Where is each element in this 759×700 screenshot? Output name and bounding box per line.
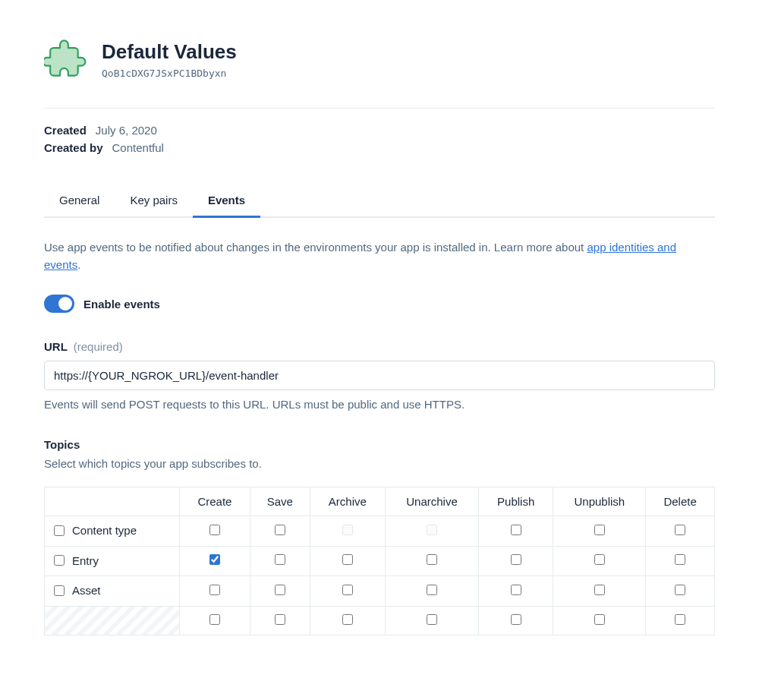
app-id: QoB1cDXG7JSxPC1BDbyxn (102, 68, 237, 79)
topic-checkbox[interactable] (675, 554, 685, 565)
topic-checkbox[interactable] (427, 554, 437, 565)
footer-cell (478, 606, 553, 635)
topic-checkbox[interactable] (427, 585, 437, 595)
table-row: Entry (45, 546, 715, 576)
events-description: Use app events to be notified about chan… (44, 239, 715, 273)
topic-checkbox[interactable] (275, 554, 285, 565)
topic-checkbox[interactable] (594, 585, 605, 595)
topic-checkbox[interactable] (209, 554, 220, 565)
topic-cell (386, 546, 479, 576)
topic-cell (250, 516, 310, 547)
col-unpublish: Unpublish (553, 487, 646, 516)
enable-events-toggle[interactable] (44, 295, 74, 313)
topics-heading: Topics (44, 438, 715, 451)
topic-cell (478, 576, 553, 607)
footer-cell (553, 606, 646, 635)
meta-created-by-label: Created by (44, 141, 103, 154)
topic-checkbox[interactable] (675, 585, 685, 595)
topic-cell (553, 516, 646, 547)
column-select-checkbox[interactable] (342, 614, 353, 625)
column-select-checkbox[interactable] (275, 614, 285, 625)
footer-cell (179, 606, 250, 635)
url-label: URL (required) (44, 340, 715, 353)
column-select-checkbox[interactable] (209, 614, 220, 625)
column-select-checkbox[interactable] (675, 614, 685, 625)
topic-cell (553, 546, 646, 576)
footer-cell (310, 606, 386, 635)
topic-cell (478, 516, 553, 547)
topic-checkbox[interactable] (342, 585, 353, 595)
row-label: Entry (72, 554, 99, 567)
topic-checkbox[interactable] (675, 525, 685, 535)
table-row: Content type (45, 516, 715, 547)
topic-checkbox[interactable] (342, 554, 353, 565)
topics-desc: Select which topics your app subscribes … (44, 457, 715, 470)
topic-cell (250, 546, 310, 576)
topic-cell (310, 546, 386, 576)
topic-cell (179, 576, 250, 607)
row-select-checkbox[interactable] (54, 555, 65, 566)
topics-header-blank (45, 487, 180, 516)
col-archive: Archive (310, 487, 386, 516)
puzzle-piece-icon (44, 38, 87, 80)
meta-created-by-value: Contentful (112, 141, 164, 154)
topic-checkbox[interactable] (594, 525, 605, 535)
col-delete: Delete (646, 487, 715, 516)
tabs: General Key pairs Events (44, 184, 715, 218)
topic-cell (179, 546, 250, 576)
footer-blank-cell (45, 606, 180, 635)
table-row: Asset (45, 576, 715, 607)
topic-cell (310, 516, 386, 547)
column-select-checkbox[interactable] (427, 614, 437, 625)
footer-cell (646, 606, 715, 635)
row-label-cell: Asset (45, 576, 180, 607)
topic-checkbox[interactable] (275, 585, 285, 595)
topic-checkbox[interactable] (275, 525, 285, 535)
topic-checkbox[interactable] (511, 554, 521, 565)
enable-events-label: Enable events (83, 298, 160, 311)
topic-cell (310, 576, 386, 607)
topic-cell (553, 576, 646, 607)
topic-cell (386, 576, 479, 607)
topic-cell (646, 576, 715, 607)
topic-checkbox[interactable] (209, 585, 220, 595)
tab-key-pairs[interactable]: Key pairs (115, 184, 193, 218)
row-label-cell: Content type (45, 516, 180, 547)
topic-cell (478, 546, 553, 576)
topic-cell (179, 516, 250, 547)
header: Default Values QoB1cDXG7JSxPC1BDbyxn (44, 38, 715, 80)
footer-cell (386, 606, 479, 635)
topic-checkbox[interactable] (594, 554, 605, 565)
topic-cell (646, 546, 715, 576)
column-select-checkbox[interactable] (511, 614, 521, 625)
enable-events-row: Enable events (44, 295, 715, 313)
events-desc-prefix: Use app events to be notified about chan… (44, 241, 587, 254)
col-publish: Publish (478, 487, 553, 516)
divider (44, 108, 715, 109)
topic-checkbox (342, 525, 353, 535)
row-label-cell: Entry (45, 546, 180, 576)
url-required: (required) (74, 340, 123, 353)
topics-table: Create Save Archive Unarchive Publish Un… (44, 487, 715, 635)
topic-cell (386, 516, 479, 547)
meta-created: Created July 6, 2020 (44, 124, 715, 137)
tab-general[interactable]: General (44, 184, 115, 218)
topic-checkbox[interactable] (511, 585, 521, 595)
table-footer-row (45, 606, 715, 635)
url-helper: Events will send POST requests to this U… (44, 398, 715, 411)
row-label: Asset (72, 584, 101, 597)
row-select-checkbox[interactable] (54, 525, 65, 536)
column-select-checkbox[interactable] (594, 614, 605, 625)
url-input[interactable] (44, 361, 715, 390)
col-save: Save (250, 487, 310, 516)
tab-events[interactable]: Events (193, 184, 260, 218)
row-label: Content type (72, 524, 137, 537)
row-select-checkbox[interactable] (54, 585, 65, 596)
meta-created-value: July 6, 2020 (96, 124, 157, 137)
page-title: Default Values (102, 39, 237, 65)
topic-cell (646, 516, 715, 547)
topic-checkbox[interactable] (511, 525, 521, 535)
topic-checkbox[interactable] (209, 525, 220, 535)
topic-checkbox (427, 525, 437, 535)
meta-created-label: Created (44, 124, 87, 137)
